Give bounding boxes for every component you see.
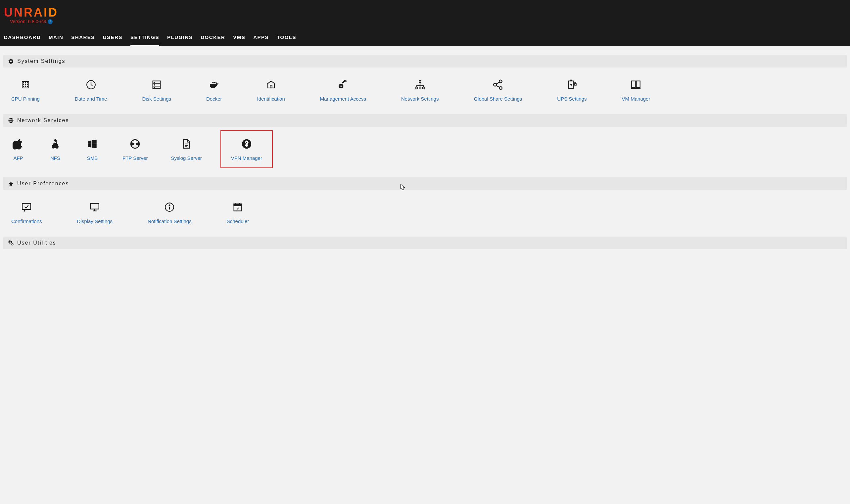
windows-icon xyxy=(87,138,98,149)
svg-point-3 xyxy=(27,83,28,83)
tile-label: Global Share Settings xyxy=(474,96,522,102)
svg-point-1 xyxy=(23,83,24,83)
tile-label: Identification xyxy=(257,96,285,102)
globe-icon xyxy=(8,118,14,123)
svg-point-5 xyxy=(25,84,26,85)
nav-docker[interactable]: DOCKER xyxy=(201,31,225,46)
nav-main[interactable]: MAIN xyxy=(49,31,63,46)
svg-rect-17 xyxy=(270,85,272,88)
svg-rect-22 xyxy=(419,80,421,83)
tile-nfs[interactable]: NFS xyxy=(44,134,67,168)
tile-docker[interactable]: Docker xyxy=(202,75,227,105)
nav-plugins[interactable]: PLUGINS xyxy=(167,31,193,46)
nav-apps[interactable]: APPS xyxy=(253,31,269,46)
calendar-icon: 9 xyxy=(232,201,243,213)
logo: UNRAID xyxy=(4,6,58,19)
section-user-preferences: User Preferences xyxy=(3,177,847,190)
nav-vms[interactable]: VMS xyxy=(233,31,245,46)
tile-vm-manager[interactable]: VM Manager xyxy=(617,75,655,105)
svg-line-29 xyxy=(496,82,500,84)
svg-rect-32 xyxy=(570,80,572,81)
tile-smb[interactable]: SMB xyxy=(81,134,104,168)
tile-label: AFP xyxy=(13,155,23,161)
tile-afp[interactable]: AFP xyxy=(6,134,30,168)
svg-point-7 xyxy=(23,86,24,87)
linux-icon xyxy=(50,138,61,149)
svg-point-6 xyxy=(27,84,28,85)
svg-point-44 xyxy=(246,142,247,143)
svg-point-2 xyxy=(25,83,26,83)
tile-label: Network Settings xyxy=(401,96,438,102)
svg-point-15 xyxy=(154,85,155,85)
tile-scheduler[interactable]: 9 Scheduler xyxy=(222,197,254,227)
tile-confirmations[interactable]: Confirmations xyxy=(6,197,47,227)
tile-label: Syslog Server xyxy=(171,155,202,161)
tile-label: CPU Pinning xyxy=(11,96,40,102)
svg-point-14 xyxy=(154,82,155,83)
tile-notification-settings[interactable]: Notification Settings xyxy=(143,197,196,227)
tile-network-settings[interactable]: Network Settings xyxy=(397,75,443,105)
cpu-icon xyxy=(20,79,31,90)
key-icon xyxy=(337,79,348,90)
tile-global-share-settings[interactable]: Global Share Settings xyxy=(469,75,527,105)
svg-point-27 xyxy=(494,84,497,86)
section-network-services: Network Services xyxy=(3,114,847,127)
nav-dashboard[interactable]: DASHBOARD xyxy=(4,31,41,46)
tile-display-settings[interactable]: Display Settings xyxy=(72,197,117,227)
tile-date-time[interactable]: Date and Time xyxy=(70,75,112,105)
clock-icon xyxy=(85,79,97,90)
nav-settings[interactable]: SETTINGS xyxy=(130,31,159,46)
ups-icon xyxy=(566,79,578,90)
main-nav: DASHBOARD MAIN SHARES USERS SETTINGS PLU… xyxy=(4,31,846,46)
tile-label: Management Access xyxy=(320,96,366,102)
tile-ups-settings[interactable]: UPS Settings xyxy=(553,75,591,105)
tile-label: Notification Settings xyxy=(148,218,192,224)
tile-management-access[interactable]: Management Access xyxy=(315,75,371,105)
star-icon xyxy=(8,181,14,187)
info-circle-icon xyxy=(164,201,175,213)
tile-label: Disk Settings xyxy=(142,96,171,102)
svg-rect-46 xyxy=(91,203,99,209)
svg-point-4 xyxy=(23,84,24,85)
svg-point-8 xyxy=(25,86,26,87)
version-label: Version: 6.8.0-rc9i xyxy=(4,19,53,24)
home-icon xyxy=(266,79,277,90)
svg-rect-37 xyxy=(636,81,640,88)
tile-label: VM Manager xyxy=(622,96,650,102)
nav-shares[interactable]: SHARES xyxy=(71,31,95,46)
tile-ftp-server[interactable]: FTP Server xyxy=(118,134,152,168)
tile-label: Docker xyxy=(206,96,222,102)
svg-rect-35 xyxy=(574,84,576,85)
svg-rect-23 xyxy=(416,87,418,89)
docker-icon xyxy=(209,79,220,90)
svg-rect-53 xyxy=(234,204,242,206)
tile-label: Date and Time xyxy=(75,96,107,102)
tile-label: SMB xyxy=(87,155,98,161)
gears-icon xyxy=(8,240,14,246)
vm-icon xyxy=(630,79,641,90)
tile-label: UPS Settings xyxy=(557,96,586,102)
svg-rect-45 xyxy=(22,203,31,210)
svg-point-19 xyxy=(341,85,342,87)
tile-label: NFS xyxy=(50,155,60,161)
gear-icon xyxy=(8,58,14,64)
svg-rect-20 xyxy=(342,80,346,84)
info-icon[interactable]: i xyxy=(48,19,53,24)
monitor-icon xyxy=(89,201,100,213)
ftp-icon xyxy=(129,138,141,149)
tile-vpn-manager[interactable]: VPN Manager xyxy=(220,130,273,168)
svg-rect-24 xyxy=(419,87,421,89)
svg-point-50 xyxy=(169,205,170,206)
tile-label: Scheduler xyxy=(227,218,249,224)
svg-point-28 xyxy=(500,87,503,90)
nav-tools[interactable]: TOOLS xyxy=(277,31,296,46)
svg-point-9 xyxy=(27,86,28,87)
svg-rect-36 xyxy=(632,81,635,88)
tile-syslog-server[interactable]: Syslog Server xyxy=(166,134,206,168)
nav-users[interactable]: USERS xyxy=(103,31,123,46)
tile-cpu-pinning[interactable]: CPU Pinning xyxy=(6,75,44,105)
share-icon xyxy=(492,79,504,90)
tile-identification[interactable]: Identification xyxy=(253,75,290,105)
svg-text:9: 9 xyxy=(237,206,239,210)
tile-disk-settings[interactable]: Disk Settings xyxy=(137,75,176,105)
